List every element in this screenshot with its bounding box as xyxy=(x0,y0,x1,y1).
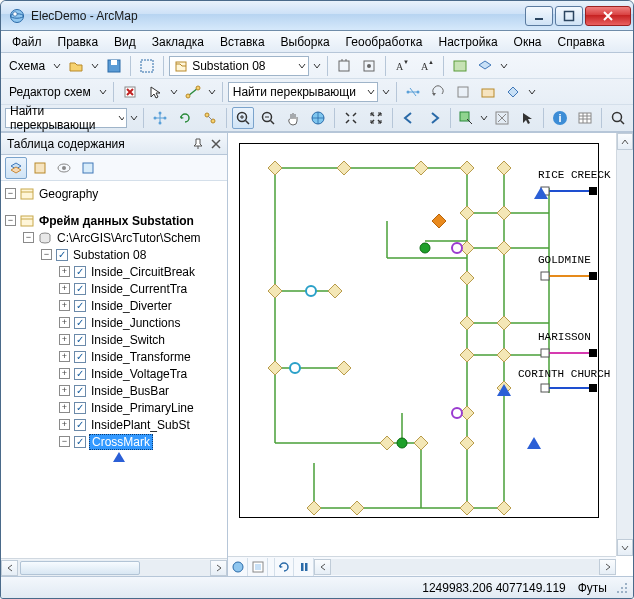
menu-edit[interactable]: Правка xyxy=(51,33,106,51)
toc-hscroll[interactable] xyxy=(1,558,227,576)
open-icon[interactable] xyxy=(65,55,87,77)
edge-tool-icon[interactable] xyxy=(182,81,204,103)
tree-geography[interactable]: − Geography xyxy=(1,185,227,202)
find-overlapping-combo-1[interactable]: Найти перекрывающи xyxy=(228,82,378,102)
list-by-drawing-icon[interactable] xyxy=(5,157,27,179)
collapse-icon[interactable]: − xyxy=(59,436,70,447)
zoom-fixed-in-icon[interactable] xyxy=(340,107,362,129)
pause-drawing-icon[interactable] xyxy=(294,558,314,576)
collapse-icon[interactable]: − xyxy=(41,249,52,260)
menu-insert[interactable]: Вставка xyxy=(213,33,272,51)
substation-extra-dd[interactable] xyxy=(312,56,322,76)
tree-layer[interactable]: +InsidePlant_SubSt xyxy=(1,416,227,433)
tree-layer[interactable]: +Inside_Junctions xyxy=(1,314,227,331)
identify-icon[interactable]: i xyxy=(549,107,571,129)
refresh-icon[interactable] xyxy=(174,107,196,129)
expand-icon[interactable]: + xyxy=(59,351,70,362)
rotate-icon[interactable] xyxy=(427,81,449,103)
tool-bookmark-icon[interactable] xyxy=(449,55,471,77)
scroll-down-icon[interactable] xyxy=(617,539,633,556)
checkbox[interactable] xyxy=(74,436,86,448)
open-dd-icon[interactable] xyxy=(90,56,100,76)
expand-icon[interactable]: + xyxy=(59,317,70,328)
find-dd-1[interactable] xyxy=(381,82,391,102)
checkbox[interactable] xyxy=(56,249,68,261)
collapse-icon[interactable]: − xyxy=(23,232,34,243)
checkbox[interactable] xyxy=(74,419,86,431)
close-panel-icon[interactable] xyxy=(207,135,225,153)
menu-file[interactable]: Файл xyxy=(5,33,49,51)
checkbox[interactable] xyxy=(74,334,86,346)
scroll-thumb[interactable] xyxy=(20,561,140,575)
map-hscroll-track[interactable] xyxy=(331,559,599,575)
zoom-in-icon[interactable] xyxy=(232,107,254,129)
scroll-left-icon[interactable] xyxy=(1,560,18,576)
checkbox[interactable] xyxy=(74,266,86,278)
tool-e-icon[interactable] xyxy=(452,81,474,103)
network-icon[interactable] xyxy=(149,107,171,129)
layout-view-icon[interactable] xyxy=(248,558,268,576)
tool-layer-icon[interactable] xyxy=(474,55,496,77)
save-icon[interactable] xyxy=(103,55,125,77)
expand-icon[interactable]: + xyxy=(59,283,70,294)
zoom-fixed-out-icon[interactable] xyxy=(365,107,387,129)
checkbox[interactable] xyxy=(74,283,86,295)
find-dd-2[interactable] xyxy=(130,108,138,128)
checkbox[interactable] xyxy=(74,385,86,397)
tree-layer[interactable]: +Inside_CircuitBreak xyxy=(1,263,227,280)
checkbox[interactable] xyxy=(74,351,86,363)
tree-layer[interactable]: +Inside_Transforme xyxy=(1,348,227,365)
collapse-icon[interactable]: − xyxy=(5,188,16,199)
tree-layer[interactable]: +Inside_Switch xyxy=(1,331,227,348)
data-view-icon[interactable] xyxy=(228,558,248,576)
menu-help[interactable]: Справка xyxy=(550,33,611,51)
menu-bookmarks[interactable]: Закладка xyxy=(145,33,211,51)
clear-selection-icon[interactable] xyxy=(491,107,513,129)
close-button[interactable] xyxy=(585,6,631,26)
tool-b-icon[interactable] xyxy=(358,55,380,77)
menu-geoprocessing[interactable]: Геообработка xyxy=(339,33,430,51)
checkbox[interactable] xyxy=(74,368,86,380)
pan-icon[interactable] xyxy=(282,107,304,129)
prev-extent-icon[interactable] xyxy=(398,107,420,129)
tool-select-icon[interactable] xyxy=(136,55,158,77)
resize-grip-icon[interactable] xyxy=(616,582,630,596)
expand-icon[interactable]: + xyxy=(59,334,70,345)
maximize-button[interactable] xyxy=(555,6,583,26)
checkbox[interactable] xyxy=(74,300,86,312)
list-by-selection-icon[interactable] xyxy=(77,157,99,179)
minimize-button[interactable] xyxy=(525,6,553,26)
list-by-source-icon[interactable] xyxy=(29,157,51,179)
increase-font-icon[interactable]: A▲ xyxy=(416,55,438,77)
schema-dropdown[interactable] xyxy=(52,56,62,76)
node-icon[interactable] xyxy=(199,107,221,129)
substation-combo[interactable]: Substation 08 xyxy=(169,56,309,76)
scroll-right-icon[interactable] xyxy=(210,560,227,576)
refresh-view-icon[interactable] xyxy=(274,558,294,576)
collapse-icon[interactable]: − xyxy=(5,215,16,226)
pin-icon[interactable] xyxy=(189,135,207,153)
tool-f-icon[interactable] xyxy=(477,81,499,103)
scroll-up-icon[interactable] xyxy=(617,133,633,150)
layer-dd-icon[interactable] xyxy=(499,56,509,76)
expand-icon[interactable]: + xyxy=(59,266,70,277)
menu-view[interactable]: Вид xyxy=(107,33,143,51)
tree-layer[interactable]: +Inside_CurrentTra xyxy=(1,280,227,297)
select-elements-icon[interactable] xyxy=(516,107,538,129)
attribute-table-icon[interactable] xyxy=(574,107,596,129)
menu-windows[interactable]: Окна xyxy=(507,33,549,51)
tool-a-icon[interactable] xyxy=(333,55,355,77)
map-view[interactable]: RICE CREECK GOLDMINE HARISSON CORINTH CH… xyxy=(228,133,633,576)
tree-layer[interactable]: +Inside_BusBar xyxy=(1,382,227,399)
find-overlapping-combo-2[interactable]: Найти перекрывающи xyxy=(5,108,127,128)
align-icon[interactable] xyxy=(402,81,424,103)
find-icon[interactable] xyxy=(607,107,629,129)
zoom-out-icon[interactable] xyxy=(257,107,279,129)
expand-icon[interactable]: + xyxy=(59,385,70,396)
scroll-right-icon[interactable] xyxy=(599,559,616,575)
expand-icon[interactable]: + xyxy=(59,368,70,379)
delete-icon[interactable] xyxy=(119,81,141,103)
tool-g-icon[interactable] xyxy=(502,81,524,103)
expand-icon[interactable]: + xyxy=(59,402,70,413)
edge-dd[interactable] xyxy=(207,82,217,102)
